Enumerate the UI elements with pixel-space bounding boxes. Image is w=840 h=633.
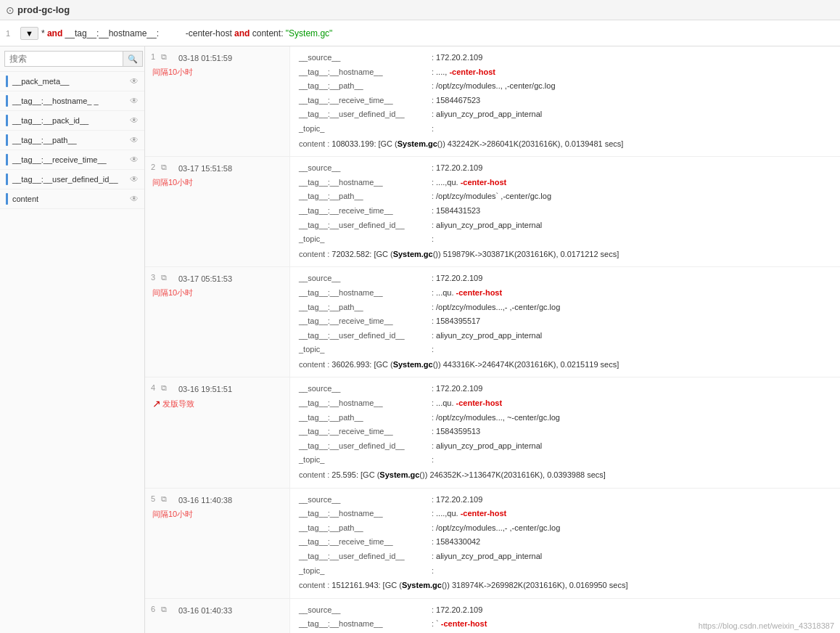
- user-defined-id-field-row: __tag__:__user_defined_id__ : aliyun_zcy…: [299, 107, 831, 122]
- path-field-row: __tag__:__path__ : /opt/zcy/modules.., ,…: [299, 79, 831, 94]
- log-time: 03-18 01:51:59: [152, 54, 282, 62]
- eye-icon[interactable]: 👁: [130, 96, 139, 106]
- eye-icon[interactable]: 👁: [130, 174, 139, 184]
- sidebar-field-item[interactable]: content 👁: [0, 189, 144, 209]
- topic-field-row: _topic_ :: [299, 122, 831, 136]
- eye-icon[interactable]: 👁: [130, 76, 139, 86]
- main-layout: 🔍 __pack_meta__ 👁 __tag__:__hostname_ _ …: [0, 46, 840, 633]
- sidebar-field-item[interactable]: __tag__:__user_defined_id__ 👁: [0, 170, 144, 189]
- eye-icon[interactable]: 👁: [130, 115, 139, 126]
- hostname-field-row: __tag__:__hostname__ : ....,qu. -center-…: [299, 176, 831, 190]
- log-number: 3: [151, 273, 155, 282]
- copy-icon[interactable]: ⧉: [161, 605, 167, 614]
- copy-icon[interactable]: ⧉: [161, 163, 167, 172]
- app-icon: ⊙: [6, 4, 15, 16]
- eye-icon[interactable]: 👁: [130, 155, 139, 165]
- content-field-row: content : 108033.199: [GC (System.gc()) …: [299, 136, 831, 152]
- sidebar-field-item[interactable]: __tag__:__pack_id__ 👁: [0, 111, 144, 131]
- source-field-row: __source__ : 172.20.2.109: [299, 603, 831, 618]
- copy-icon[interactable]: ⧉: [161, 494, 167, 504]
- field-accent: [6, 154, 8, 166]
- query-text: * and __tag__:__hostname__: -center-host…: [41, 28, 332, 38]
- log-number: 5: [151, 494, 155, 503]
- log-annotation: 间隔10小时: [152, 177, 282, 188]
- copy-icon[interactable]: ⧉: [161, 383, 167, 393]
- field-accent: [6, 134, 8, 146]
- sidebar-field-item[interactable]: __tag__:__path__ 👁: [0, 131, 144, 150]
- field-name: __tag__:__path__: [12, 136, 130, 144]
- log-entry: 4 ⧉ 03-16 19:51:51 ↗ 发版导致 __source__ : 1…: [145, 377, 840, 488]
- user-defined-id-field-row: __tag__:__user_defined_id__ : aliyun_zcy…: [299, 219, 831, 233]
- content-field-row: content : 36026.993: [GC (System.gc()) 4…: [299, 357, 831, 373]
- log-fields: __source__ : 172.20.2.109 __tag__:__host…: [290, 377, 840, 487]
- source-field-row: __source__ : 172.20.2.109: [299, 493, 831, 507]
- log-number: 6: [151, 605, 155, 613]
- log-fields: __source__ : 172.20.2.109 __tag__:__host…: [290, 46, 840, 156]
- eye-icon[interactable]: 👁: [130, 135, 139, 145]
- eye-icon[interactable]: 👁: [130, 194, 139, 204]
- field-accent: [6, 193, 8, 205]
- search-box: 🔍: [0, 46, 144, 72]
- user-defined-id-field-row: __tag__:__user_defined_id__ : aliyun_zcy…: [299, 550, 831, 564]
- search-button[interactable]: 🔍: [123, 51, 143, 67]
- query-content-label: content:: [252, 28, 286, 38]
- system-gc-highlight: System.gc: [402, 581, 442, 589]
- receive-time-field-row: __tag__:__receive_time__ : 1584467523: [299, 94, 831, 108]
- log-time: 03-17 15:51:58: [152, 164, 282, 173]
- sidebar-field-item[interactable]: __tag__:__receive_time__ 👁: [0, 150, 144, 170]
- content-area: 1 ⧉ 03-18 01:51:59 间隔10小时 __source__ : 1…: [145, 46, 840, 633]
- hostname-center-host: -center-host: [461, 509, 507, 518]
- system-gc-highlight: System.gc: [398, 139, 437, 148]
- source-field-row: __source__ : 172.20.2.109: [299, 51, 831, 65]
- sidebar: 🔍 __pack_meta__ 👁 __tag__:__hostname_ _ …: [0, 46, 145, 633]
- log-annotation: ↗ 发版导致: [152, 398, 282, 409]
- log-meta: 4 ⧉ 03-16 19:51:51 ↗ 发版导致: [145, 377, 290, 487]
- source-field-row: __source__ : 172.20.2.109: [299, 271, 831, 286]
- log-meta: 1 ⧉ 03-18 01:51:59 间隔10小时: [145, 46, 290, 156]
- log-annotation: 间隔10小时: [152, 287, 282, 298]
- log-number: 2: [151, 163, 155, 171]
- source-field-row: __source__ : 172.20.2.109: [299, 382, 831, 396]
- system-gc-highlight: System.gc: [379, 470, 419, 479]
- source-field-row: __source__ : 172.20.2.109: [299, 161, 831, 176]
- field-accent: [6, 115, 8, 126]
- field-list: __pack_meta__ 👁 __tag__:__hostname_ _ 👁 …: [0, 72, 144, 633]
- log-entry: 3 ⧉ 03-17 05:51:53 间隔10小时 __source__ : 1…: [145, 267, 840, 377]
- log-time: 03-16 11:40:38: [152, 496, 282, 505]
- field-name: __pack_meta__: [12, 77, 130, 86]
- user-defined-id-field-row: __tag__:__user_defined_id__ : aliyun_zcy…: [299, 439, 831, 454]
- query-toggle-button[interactable]: ▼: [20, 27, 38, 40]
- query-center-host: -center-host: [186, 28, 234, 38]
- copy-icon[interactable]: ⧉: [161, 52, 167, 62]
- receive-time-field-row: __tag__:__receive_time__ : 1584330042: [299, 535, 831, 550]
- copy-icon[interactable]: ⧉: [161, 273, 167, 282]
- log-entry: 1 ⧉ 03-18 01:51:59 间隔10小时 __source__ : 1…: [145, 46, 840, 157]
- path-field-row: __tag__:__path__ : /opt/zcy/modules...,-…: [299, 301, 831, 315]
- query-star: *: [41, 28, 47, 38]
- field-name: __tag__:__user_defined_id__: [12, 175, 130, 184]
- search-input[interactable]: [4, 51, 123, 67]
- hostname-center-host: -center-host: [461, 178, 507, 187]
- log-meta: 3 ⧉ 03-17 05:51:53 间隔10小时: [145, 267, 290, 377]
- hostname-field-row: __tag__:__hostname__ : ...qu. -center-ho…: [299, 286, 831, 301]
- sidebar-field-item[interactable]: __pack_meta__ 👁: [0, 72, 144, 91]
- system-gc-highlight: System.gc: [393, 250, 433, 258]
- receive-time-field-row: __tag__:__receive_time__ : 1584431523: [299, 204, 831, 219]
- content-field-row: content : 72032.582: [GC (System.gc()) 5…: [299, 247, 831, 263]
- hostname-center-host: -center-host: [449, 68, 495, 76]
- log-meta: 5 ⧉ 03-16 11:40:38 间隔10小时: [145, 489, 290, 598]
- arrow-icon: ↗: [152, 398, 161, 409]
- query-and-1: and: [47, 28, 62, 38]
- hostname-field-row: __tag__:__hostname__ : ...qu. -center-ho…: [299, 396, 831, 411]
- log-time: 03-17 05:51:53: [152, 274, 282, 283]
- log-entry: 2 ⧉ 03-17 15:51:58 间隔10小时 __source__ : 1…: [145, 157, 840, 267]
- query-bar: 1 ▼ * and __tag__:__hostname__: -center-…: [0, 20, 840, 46]
- log-time: 03-16 19:51:51: [152, 385, 282, 393]
- hostname-field-row: __tag__:__hostname__ : ...., -center-hos…: [299, 65, 831, 80]
- sidebar-field-item[interactable]: __tag__:__hostname_ _ 👁: [0, 91, 144, 111]
- field-name: __tag__:__hostname_ _: [12, 97, 130, 105]
- hostname-center-host: -center-host: [441, 619, 487, 628]
- path-field-row: __tag__:__path__ : /opt/zcy/modules..., …: [299, 411, 831, 425]
- app-title: prod-gc-log: [17, 4, 70, 15]
- hostname-field-row: __tag__:__hostname__ : ....,qu. -center-…: [299, 507, 831, 521]
